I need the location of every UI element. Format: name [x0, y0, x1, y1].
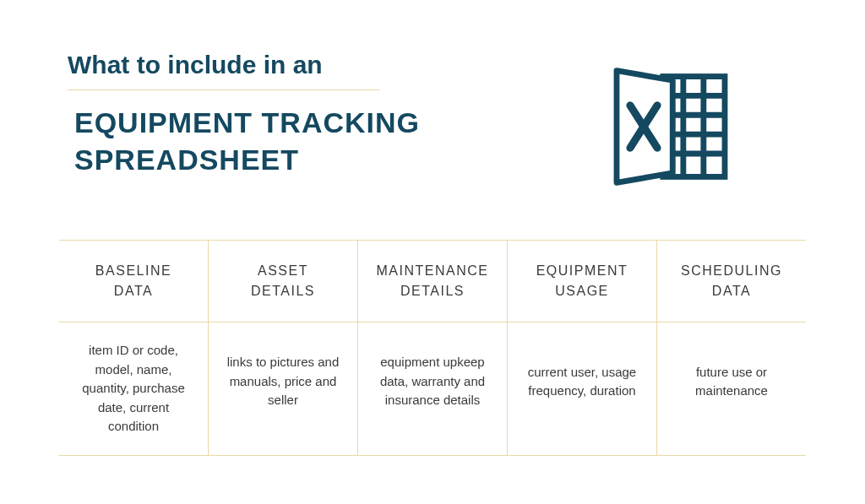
column-body: current user, usage frequency, duration	[508, 322, 656, 441]
column-header: SCHEDULING DATA	[657, 241, 806, 322]
excel-icon	[603, 59, 738, 198]
header-section: What to include in an EQUIPMENT TRACKING…	[59, 51, 806, 198]
column-asset-details: ASSET DETAILS links to pictures and manu…	[209, 241, 358, 455]
column-header: ASSET DETAILS	[209, 241, 357, 322]
column-header: BASELINE DATA	[59, 241, 208, 322]
column-maintenance-details: MAINTENANCE DETAILS equipment upkeep dat…	[358, 241, 508, 455]
column-body: item ID or code, model, name, quantity, …	[59, 322, 208, 455]
column-header: MAINTENANCE DETAILS	[358, 241, 507, 322]
column-body: future use or maintenance	[657, 322, 806, 441]
column-header: EQUIPMENT USAGE	[508, 241, 656, 322]
column-body: links to pictures and manuals, price and…	[209, 322, 357, 441]
icon-wrapper	[586, 59, 755, 198]
column-scheduling-data: SCHEDULING DATA future use or maintenanc…	[657, 241, 806, 455]
column-body: equipment upkeep data, warranty and insu…	[358, 322, 507, 441]
pretitle: What to include in an	[59, 51, 586, 79]
title-divider	[68, 89, 380, 90]
title-block: What to include in an EQUIPMENT TRACKING…	[59, 51, 586, 178]
main-title: EQUIPMENT TRACKING SPREADSHEET	[59, 104, 586, 178]
column-baseline-data: BASELINE DATA item ID or code, model, na…	[59, 241, 209, 455]
table-container: BASELINE DATA item ID or code, model, na…	[59, 240, 806, 456]
column-equipment-usage: EQUIPMENT USAGE current user, usage freq…	[508, 241, 657, 455]
